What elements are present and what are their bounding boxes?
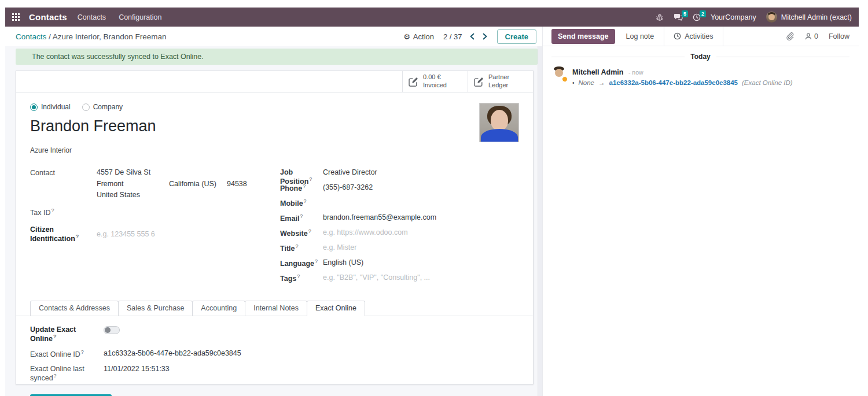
field-job-position-value[interactable]: Creative Director	[323, 168, 377, 176]
control-panel-right: ⚙ Action 2 / 37 Create	[403, 29, 536, 44]
pager-value: 2 / 37	[443, 32, 462, 41]
attach-files-button[interactable]	[785, 32, 794, 40]
field-language-value[interactable]: English (US)	[323, 258, 363, 267]
field-website-label: Website?	[280, 228, 323, 238]
address-block[interactable]: 4557 De Silva St Fremont California (US)…	[97, 168, 247, 199]
breadcrumb-contacts-link[interactable]: Contacts	[16, 32, 46, 41]
user-avatar	[766, 12, 777, 23]
tab-contacts-addresses[interactable]: Contacts & Addresses	[30, 301, 119, 316]
partner-ledger-stat-button[interactable]: Partner Ledger	[468, 71, 533, 92]
field-street-value[interactable]: 4557 De Silva St	[97, 168, 247, 176]
tracking-new-value-link[interactable]: a1c6332a-5b06-447e-bb22-ada59c0e3845	[609, 79, 738, 86]
paperclip-icon	[785, 32, 794, 40]
field-contact-address: Contact 4557 De Silva St Fremont Califor…	[30, 168, 269, 199]
update-exact-online-toggle[interactable]	[104, 326, 120, 334]
apps-menu-icon[interactable]	[11, 12, 21, 22]
invoiced-stat-button[interactable]: 0.00 € Invoiced	[402, 71, 468, 92]
followers-button[interactable]: 0	[804, 32, 818, 40]
chevron-right-icon	[482, 33, 488, 40]
field-contact-label: Contact	[30, 168, 97, 199]
field-columns: Contact 4557 De Silva St Fremont Califor…	[30, 168, 519, 288]
stat-label: Partner	[488, 73, 509, 82]
field-title-input[interactable]: e.g. Mister	[323, 243, 356, 251]
left-field-column: Contact 4557 De Silva St Fremont Califor…	[30, 168, 269, 288]
follow-button[interactable]: Follow	[829, 32, 849, 40]
tracking-field-name: (Exact Online ID)	[742, 79, 793, 86]
field-email-value[interactable]: brandon.freeman55@example.com	[323, 213, 436, 221]
user-menu[interactable]: Mitchell Admin (exact)	[766, 12, 852, 23]
field-exact-online-id-value[interactable]: a1c6332a-5b06-447e-bb22-ada59c0e3845	[104, 349, 241, 358]
field-exact-online-last-synced-value[interactable]: 11/01/2022 15:51:33	[104, 365, 170, 382]
field-citizen-id-label: Citizen Identification?	[30, 225, 97, 243]
chatter-thread: Today Mitchell Admin - now	[543, 46, 859, 86]
tab-accounting[interactable]: Accounting	[192, 301, 245, 316]
field-update-exact-online: Update Exact Online?	[30, 325, 519, 343]
menu-item-configuration[interactable]: Configuration	[116, 8, 164, 27]
breadcrumb-current: Azure Interior, Brandon Freeman	[53, 32, 167, 41]
message-author[interactable]: Mitchell Admin	[572, 68, 623, 76]
menu-item-contacts[interactable]: Contacts	[75, 8, 108, 27]
radio-company-input[interactable]	[82, 103, 90, 111]
tab-internal-notes[interactable]: Internal Notes	[245, 301, 307, 316]
vertical-scrollbar[interactable]	[538, 46, 542, 396]
page: Contacts Contacts Configuration 5 2 Your…	[0, 0, 868, 396]
action-menu-button[interactable]: ⚙ Action	[403, 32, 434, 41]
breadcrumb: Contacts / Azure Interior, Brandon Freem…	[16, 32, 166, 41]
field-language-label: Language?	[280, 258, 323, 268]
radio-company[interactable]: Company	[82, 103, 123, 111]
debug-bug-icon[interactable]	[656, 13, 664, 21]
date-divider-label: Today	[690, 53, 710, 61]
exact-online-panel: Update Exact Online? Exact Online ID? a1…	[16, 316, 533, 396]
parent-company-name[interactable]: Azure Interior	[30, 146, 519, 154]
activities-badge: 2	[700, 10, 706, 18]
edit-pencil-icon	[409, 77, 418, 87]
field-phone: Phone? (355)-687-3262	[280, 183, 519, 198]
form-body: Individual Company Brandon Freeman Azure…	[16, 92, 533, 288]
main-area: Contacts / Azure Interior, Brandon Freem…	[5, 27, 859, 396]
chevron-left-icon	[469, 33, 475, 40]
tab-sales-purchase[interactable]: Sales & Purchase	[118, 301, 193, 316]
field-email: Email? brandon.freeman55@example.com	[280, 213, 519, 228]
contact-name-title[interactable]: Brandon Freeman	[30, 117, 519, 135]
field-website-input[interactable]: e.g. https://www.odoo.com	[323, 228, 408, 236]
field-citizen-id-input[interactable]	[97, 225, 195, 243]
follower-count: 0	[814, 32, 818, 40]
top-navbar: Contacts Contacts Configuration 5 2 Your…	[5, 8, 859, 27]
log-note-button[interactable]: Log note	[626, 32, 654, 40]
activities-clock-icon[interactable]: 2	[693, 13, 701, 21]
field-exact-online-id-label: Exact Online ID?	[30, 349, 104, 358]
field-tags-input[interactable]: e.g. "B2B", "VIP", "Consulting", ...	[323, 273, 430, 282]
form-sheet: 0.00 € Invoiced Partner Ledger	[16, 71, 534, 384]
message-avatar[interactable]	[551, 66, 567, 81]
pager-next-button[interactable]	[482, 33, 488, 40]
field-exact-online-last-synced-label: Exact Online last synced?	[30, 365, 104, 382]
field-tax-id: Tax ID?	[30, 207, 269, 217]
app-name[interactable]: Contacts	[29, 12, 67, 22]
radio-individual[interactable]: Individual	[30, 103, 71, 111]
field-city-value[interactable]: Fremont	[97, 180, 169, 188]
gear-icon: ⚙	[403, 33, 410, 40]
control-panel: Contacts / Azure Interior, Brandon Freem…	[5, 27, 542, 46]
contact-photo[interactable]	[479, 103, 519, 142]
pager-previous-button[interactable]	[469, 33, 475, 40]
field-state-value[interactable]: California (US)	[169, 180, 227, 188]
field-mobile-label: Mobile?	[280, 198, 323, 208]
tab-exact-online[interactable]: Exact Online	[307, 301, 365, 316]
radio-individual-input[interactable]	[30, 103, 38, 111]
company-switcher[interactable]: YourCompany	[711, 13, 756, 21]
messages-icon[interactable]: 5	[674, 13, 683, 21]
app-window: Contacts Contacts Configuration 5 2 Your…	[5, 8, 859, 396]
field-zip-value[interactable]: 94538	[227, 180, 247, 188]
pager: 2 / 37	[443, 32, 488, 41]
field-phone-value[interactable]: (355)-687-3262	[323, 183, 373, 191]
create-button[interactable]: Create	[497, 29, 536, 44]
activities-button[interactable]: Activities	[664, 27, 723, 46]
send-message-button[interactable]: Send message	[551, 29, 615, 44]
address-line-2: Fremont California (US) 94538	[97, 180, 247, 188]
navbar-left: Contacts Contacts Configuration	[11, 8, 164, 27]
radio-company-label: Company	[93, 103, 123, 111]
chatter-toolbar-right: 0 Follow	[785, 32, 849, 40]
field-country-value[interactable]: United States	[97, 191, 247, 199]
stat-value: 0.00 €	[423, 73, 447, 82]
chatter-panel: Send message Log note Activities 0	[542, 27, 859, 396]
